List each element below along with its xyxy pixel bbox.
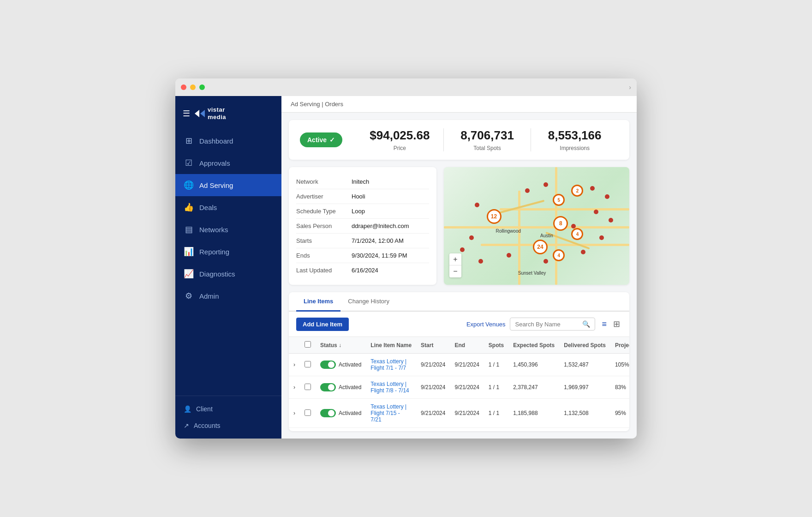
col-name: Line Item Name <box>366 337 416 354</box>
detail-value-schedule-type: Loop <box>352 208 365 215</box>
col-start: Start <box>416 337 450 354</box>
detail-label: Starts <box>296 237 352 244</box>
sidebar-item-ad-serving[interactable]: 🌐 Ad Serving <box>175 174 281 196</box>
line-item-name-link[interactable]: Texas Lottery | Flight 7/1 - 7/7 <box>370 358 406 371</box>
close-dot[interactable] <box>181 84 186 90</box>
hamburger-icon[interactable]: ☰ <box>183 108 190 119</box>
detail-label: Sales Person <box>296 222 352 229</box>
sidebar-item-dashboard[interactable]: ⊞ Dashboard <box>175 130 281 152</box>
end-cell: 9/21/2024 <box>450 376 484 399</box>
status-badge: Active ✓ <box>300 132 342 147</box>
add-line-item-button[interactable]: Add Line Item <box>296 318 349 331</box>
expand-cell[interactable]: › <box>289 399 300 428</box>
expand-cell[interactable]: › <box>289 376 300 399</box>
tabs-bar: Line Items Change History <box>289 292 629 312</box>
map-pin <box>571 224 576 228</box>
sidebar: ☰ vistar media ⊞ Dashboard <box>175 96 281 439</box>
minimize-dot[interactable] <box>190 84 196 90</box>
search-input[interactable] <box>515 321 579 328</box>
col-expand <box>289 337 300 354</box>
expected-spots-cell: 2,378,247 <box>508 376 559 399</box>
map-pin <box>590 186 595 191</box>
row-checkbox[interactable] <box>304 409 311 416</box>
sidebar-item-label: Deals <box>199 204 217 211</box>
select-all-checkbox[interactable] <box>304 341 311 348</box>
sidebar-item-label: Networks <box>199 226 228 234</box>
col-expected-spots: Expected Spots <box>508 337 559 354</box>
sidebar-logo: ☰ vistar media <box>175 101 281 130</box>
breadcrumb: Ad Serving | Orders <box>281 96 637 113</box>
delivered-spots-cell: 1,132,508 <box>559 399 610 428</box>
sidebar-item-label: Approvals <box>199 159 230 167</box>
sidebar-item-admin[interactable]: ⚙ Admin <box>175 285 281 307</box>
tab-change-history[interactable]: Change History <box>340 292 397 312</box>
toggle-switch[interactable] <box>320 383 336 391</box>
map-pin <box>594 210 598 214</box>
map-zoom-in-button[interactable]: + <box>449 253 461 265</box>
start-cell: 9/21/2024 <box>416 354 450 376</box>
spots-cell: 1 / 1 <box>484 376 508 399</box>
maximize-dot[interactable] <box>199 84 205 90</box>
map-zoom-out-button[interactable]: − <box>449 265 461 277</box>
sidebar-item-label: Admin <box>199 292 219 300</box>
sidebar-item-networks[interactable]: ▤ Networks <box>175 218 281 240</box>
expand-cell[interactable]: › <box>289 354 300 376</box>
projected-delivery-cell: 112.39% <box>610 428 629 432</box>
status-cell: Activated <box>316 428 366 432</box>
user-icon: 👤 <box>184 405 191 413</box>
projected-delivery-cell: 95% <box>610 399 629 428</box>
map-pin <box>581 250 585 254</box>
sidebar-item-client[interactable]: 👤 Client <box>175 401 281 417</box>
impressions-value: 8,553,166 <box>531 128 618 143</box>
map-pin <box>605 194 609 199</box>
sidebar-item-approvals[interactable]: ☑ Approvals <box>175 152 281 174</box>
detail-label: Last Updated <box>296 267 352 274</box>
line-item-name-link[interactable]: Texas Lottery | Flight 7/15 - 7/21 <box>370 403 406 423</box>
sidebar-item-accounts[interactable]: ↗ Accounts <box>175 417 281 434</box>
map-pin <box>478 259 483 264</box>
table-row: › Activated Texas Lottery | Flight 7/22 … <box>289 428 629 432</box>
grid-view-button[interactable]: ⊞ <box>611 317 622 331</box>
map-background: Rollingwood Austin Sunset Valley <box>444 167 629 285</box>
map-pin <box>507 253 511 258</box>
toggle-switch[interactable] <box>320 409 336 417</box>
view-toggle: ≡ ⊞ <box>600 317 622 331</box>
map-cluster-4b: 4 <box>553 249 565 261</box>
line-item-name-link[interactable]: Texas Lottery | Flight 7/8 - 7/14 <box>370 381 409 394</box>
expected-spots-cell: 1,450,396 <box>508 354 559 376</box>
map-label-austin: Austin <box>540 233 553 238</box>
projected-delivery-cell: 105% <box>610 354 629 376</box>
map-cluster-4a: 4 <box>571 228 583 240</box>
col-spots: Spots <box>484 337 508 354</box>
table-row: › Activated Texas Lottery | Flight 7/8 -… <box>289 376 629 399</box>
expand-cell[interactable]: › <box>289 428 300 432</box>
col-checkbox <box>300 337 316 354</box>
row-checkbox[interactable] <box>304 361 311 367</box>
tab-line-items[interactable]: Line Items <box>296 292 340 312</box>
list-view-button[interactable]: ≡ <box>600 317 609 331</box>
detail-value-network: Initech <box>352 178 369 185</box>
total-spots-stat: 8,706,731 Total Spots <box>444 128 531 151</box>
detail-row-starts: Starts 7/1/2024, 12:00 AM <box>296 234 429 248</box>
expected-spots-cell: 7,455,065 <box>508 428 559 432</box>
col-projected-delivery: Projected Delivery <box>610 337 629 354</box>
detail-row-last-updated: Last Updated 6/16/2024 <box>296 263 429 277</box>
sidebar-item-reporting[interactable]: 📊 Reporting <box>175 240 281 263</box>
price-stat: $94,025.68 Price <box>356 128 443 151</box>
browser-chevron-icon: › <box>629 84 631 91</box>
detail-value-ends: 9/30/2024, 11:59 PM <box>352 252 407 259</box>
export-venues-link[interactable]: Export Venues <box>466 321 506 328</box>
sidebar-item-diagnostics[interactable]: 📈 Diagnostics <box>175 263 281 285</box>
map-pin <box>543 182 548 187</box>
sidebar-item-deals[interactable]: 👍 Deals <box>175 196 281 218</box>
toggle-switch[interactable] <box>320 361 336 369</box>
status-text: Activated <box>339 410 361 416</box>
row-checkbox[interactable] <box>304 384 311 390</box>
total-spots-label: Total Spots <box>444 145 531 151</box>
detail-row-advertiser: Advertiser Hooli <box>296 189 429 204</box>
map-cluster-12: 12 <box>487 209 502 224</box>
map-container: Rollingwood Austin Sunset Valley <box>444 167 629 285</box>
status-cell: Activated <box>316 376 366 399</box>
map-pin <box>609 218 613 222</box>
status-cell: Activated <box>316 354 366 376</box>
